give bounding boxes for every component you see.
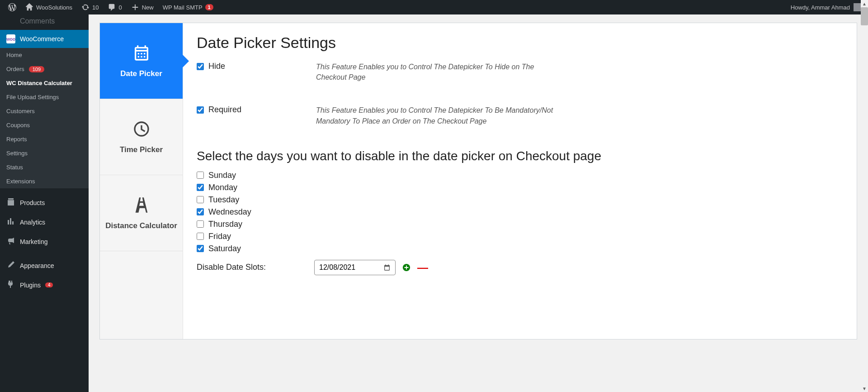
sidebar-sub-coupons[interactable]: Coupons (0, 118, 89, 132)
wp-mail-smtp-link[interactable]: WP Mail SMTP1 (158, 0, 218, 14)
new-link[interactable]: New (127, 0, 158, 14)
comments-link[interactable]: 0 (103, 0, 126, 14)
day-monday: Monday (197, 183, 843, 192)
scroll-thumb[interactable] (861, 7, 868, 25)
admin-bar-left: WooSolutions 10 0 New WP Mail SMTP1 (4, 0, 218, 14)
comment-icon (108, 3, 116, 11)
sidebar-sub-status[interactable]: Status (0, 160, 89, 174)
admin-sidebar: Comments woo WooCommerce Home Orders 109… (0, 14, 89, 392)
road-icon (132, 196, 151, 214)
sidebar-sub-home[interactable]: Home (0, 48, 89, 62)
sidebar-item-plugins[interactable]: Plugins 4 (0, 275, 89, 295)
scroll-up-arrow-icon[interactable]: ▲ (861, 0, 868, 7)
calendar-small-icon (383, 264, 391, 271)
settings-tabs: Date Picker Time Picker Distance Calcula… (100, 23, 183, 339)
site-name: WooSolutions (36, 4, 72, 11)
hide-checkbox[interactable] (197, 63, 204, 70)
chart-icon (6, 217, 15, 227)
calendar-icon (132, 44, 151, 62)
page-title: Date Picker Settings (197, 34, 843, 52)
site-link[interactable]: WooSolutions (21, 0, 77, 14)
plus-icon (131, 3, 139, 11)
disable-date-label: Disable Date Slots: (197, 263, 308, 272)
day-friday: Friday (197, 232, 843, 241)
home-icon (25, 3, 33, 11)
tab-time-picker[interactable]: Time Picker (100, 99, 183, 175)
admin-bar-right[interactable]: Howdy, Ammar Ahmad (791, 3, 864, 11)
plug-icon (6, 280, 15, 290)
woocommerce-label: WooCommerce (20, 35, 64, 43)
tab-date-picker-label: Date Picker (120, 69, 162, 78)
wp-mail-smtp-badge: 1 (205, 4, 213, 10)
new-label: New (142, 4, 154, 11)
disable-date-input[interactable]: 12/08/2021 (314, 260, 396, 275)
wp-mail-smtp-label: WP Mail SMTP (163, 4, 203, 11)
day-saturday: Saturday (197, 244, 843, 253)
scroll-down-arrow-icon[interactable]: ▼ (861, 385, 868, 392)
tab-time-picker-label: Time Picker (120, 145, 163, 154)
tab-date-picker[interactable]: Date Picker (100, 23, 183, 99)
tuesday-checkbox[interactable] (197, 196, 204, 203)
add-date-button[interactable] (402, 263, 411, 272)
sidebar-sub-customers[interactable]: Customers (0, 104, 89, 118)
required-description: This Feature Enables you to Control The … (316, 105, 565, 126)
sidebar-item-marketing[interactable]: Marketing (0, 232, 89, 251)
friday-checkbox[interactable] (197, 233, 204, 240)
megaphone-icon (6, 236, 15, 247)
sidebar-sub-orders[interactable]: Orders 109 (0, 62, 89, 76)
field-required: Required This Feature Enables you to Con… (197, 105, 843, 126)
required-checkbox[interactable] (197, 106, 204, 114)
clock-icon (132, 120, 151, 138)
settings-body: Date Picker Settings Hide This Feature E… (183, 23, 857, 339)
sidebar-item-appearance[interactable]: Appearance (0, 256, 89, 275)
monday-checkbox[interactable] (197, 184, 204, 191)
sidebar-sub-extensions[interactable]: Extensions (0, 174, 89, 188)
day-thursday: Thursday (197, 220, 843, 229)
wordpress-logo-icon (8, 3, 16, 11)
hide-description: This Feature Enables you to Control The … (316, 62, 565, 82)
updates-count: 10 (92, 4, 99, 11)
comments-count: 0 (118, 4, 122, 11)
date-value: 12/08/2021 (319, 263, 355, 272)
plugins-badge: 4 (45, 282, 53, 287)
day-sunday: Sunday (197, 171, 843, 180)
saturday-checkbox[interactable] (197, 245, 204, 252)
plus-circle-icon (402, 263, 410, 272)
sidebar-item-comments-truncated[interactable]: Comments (0, 14, 89, 30)
days-heading: Select the days you want to disable in t… (197, 149, 843, 163)
scrollbar[interactable]: ▲ ▼ (861, 0, 868, 392)
required-label: Required (208, 105, 241, 115)
sidebar-item-products[interactable]: Products (0, 193, 89, 212)
sidebar-sub-wc-distance[interactable]: WC Distance Calculater (0, 76, 89, 90)
brush-icon (6, 260, 15, 271)
hide-label: Hide (208, 62, 225, 71)
settings-card: Date Picker Time Picker Distance Calcula… (99, 23, 857, 339)
sidebar-item-woocommerce[interactable]: woo WooCommerce (0, 30, 89, 48)
updates-link[interactable]: 10 (77, 0, 103, 14)
disable-date-row: Disable Date Slots: 12/08/2021 — (197, 260, 843, 275)
tab-distance-calc[interactable]: Distance Calculator (100, 175, 183, 251)
field-hide: Hide This Feature Enables you to Control… (197, 62, 843, 82)
day-wednesday: Wednesday (197, 207, 843, 217)
sidebar-sub-settings[interactable]: Settings (0, 146, 89, 160)
admin-bar: WooSolutions 10 0 New WP Mail SMTP1 Howd… (0, 0, 868, 14)
wednesday-checkbox[interactable] (197, 208, 204, 215)
woocommerce-icon: woo (6, 34, 15, 43)
howdy-text: Howdy, Ammar Ahmad (791, 4, 850, 11)
sidebar-sub-file-upload[interactable]: File Upload Settings (0, 90, 89, 104)
tab-distance-calc-label: Distance Calculator (105, 221, 177, 230)
sunday-checkbox[interactable] (197, 172, 204, 179)
main-content: Date Picker Time Picker Distance Calcula… (89, 14, 868, 392)
sidebar-sub-reports[interactable]: Reports (0, 132, 89, 146)
wp-logo[interactable] (4, 0, 21, 14)
refresh-icon (81, 3, 90, 11)
thursday-checkbox[interactable] (197, 220, 204, 228)
remove-date-button[interactable]: — (417, 262, 428, 273)
sidebar-item-analytics[interactable]: Analytics (0, 212, 89, 232)
archive-icon (6, 197, 15, 208)
orders-badge: 109 (29, 66, 44, 72)
day-tuesday: Tuesday (197, 195, 843, 205)
